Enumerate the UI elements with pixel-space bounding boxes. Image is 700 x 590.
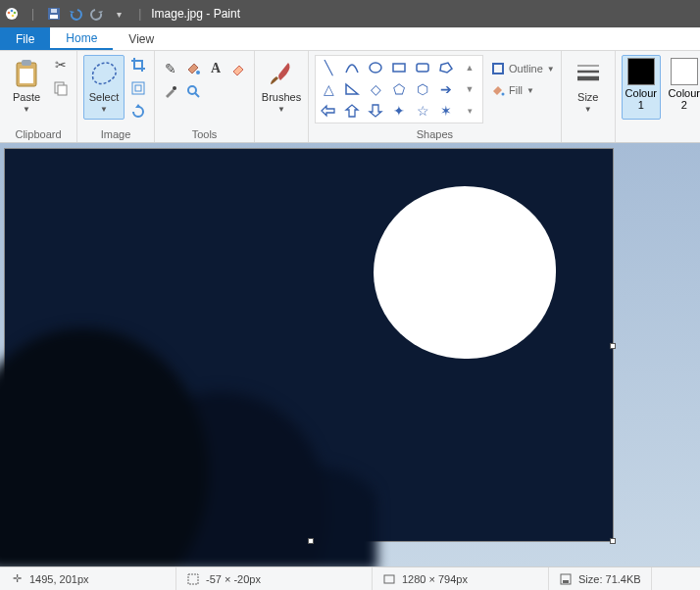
status-file-size: Size: 71.4KB <box>549 567 652 590</box>
tab-view[interactable]: View <box>113 27 170 50</box>
shape-right-triangle-icon[interactable] <box>341 79 363 99</box>
select-button[interactable]: Select ▼ <box>83 55 125 120</box>
group-tools-label: Tools <box>192 126 218 140</box>
shape-pentagon-icon[interactable]: ⬠ <box>388 79 410 99</box>
rotate-icon[interactable] <box>128 102 148 122</box>
resize-handle-bottom[interactable] <box>308 538 314 544</box>
separator: | <box>31 7 34 21</box>
svg-point-23 <box>502 93 505 96</box>
shape-more-icon[interactable]: ▾ <box>459 101 480 121</box>
svg-rect-12 <box>58 85 67 95</box>
status-selection-value: -57 × -20px <box>206 573 261 585</box>
shape-star4-icon[interactable]: ✦ <box>388 101 410 121</box>
shapes-gallery[interactable]: ╲ ▲ △ ◇ ⬠ ⬡ ➔ ▼ ✦ ☆ ✶ ▾ <box>315 55 483 123</box>
shape-scroll-down-icon[interactable]: ▼ <box>459 79 480 99</box>
resize-handle-right[interactable] <box>610 343 616 349</box>
fill-bucket-icon <box>491 83 505 97</box>
svg-rect-28 <box>384 575 394 583</box>
svg-point-1 <box>8 12 11 15</box>
eraser-icon[interactable] <box>228 59 248 78</box>
ribbon-tabs: File Home View <box>0 27 700 51</box>
svg-rect-10 <box>20 69 33 83</box>
fill-icon[interactable] <box>183 59 203 78</box>
colour-2-button[interactable]: Colour 2 <box>665 55 700 120</box>
shape-curve-icon[interactable] <box>341 58 363 77</box>
shape-arrow-left-icon[interactable] <box>318 101 339 121</box>
svg-point-4 <box>12 15 15 18</box>
chevron-down-icon: ▼ <box>526 86 534 95</box>
svg-point-16 <box>173 86 176 90</box>
canvas-size-icon <box>382 572 396 586</box>
shape-outline-button[interactable]: Outline ▼ <box>491 59 555 78</box>
copy-icon[interactable] <box>51 78 71 98</box>
shape-hexagon-icon[interactable]: ⬡ <box>412 79 433 99</box>
svg-point-17 <box>188 86 196 94</box>
group-shapes-label: Shapes <box>417 126 453 140</box>
image-content-moon <box>374 186 556 359</box>
status-bar: ✛ 1495, 201px -57 × -20px 1280 × 794px S… <box>0 566 700 590</box>
svg-rect-13 <box>132 82 144 94</box>
text-icon[interactable]: A <box>206 59 225 78</box>
shape-star5-icon[interactable]: ☆ <box>412 101 433 121</box>
colour-2-label: Colour 2 <box>669 87 700 111</box>
disk-icon <box>559 572 573 586</box>
canvas[interactable] <box>5 149 613 541</box>
chevron-down-icon: ▼ <box>100 105 108 114</box>
group-clipboard: Paste ▼ ✂ Clipboard <box>0 51 77 142</box>
group-shapes: ╲ ▲ △ ◇ ⬠ ⬡ ➔ ▼ ✦ ☆ ✶ ▾ <box>309 51 562 142</box>
tab-file[interactable]: File <box>0 27 50 50</box>
shape-triangle-icon[interactable]: △ <box>318 79 339 99</box>
svg-rect-9 <box>22 60 31 66</box>
brushes-label: Brushes <box>262 91 301 103</box>
separator: | <box>138 7 141 21</box>
chevron-down-icon: ▼ <box>584 105 592 114</box>
shape-line-icon[interactable]: ╲ <box>318 58 339 77</box>
svg-rect-6 <box>50 15 58 19</box>
chevron-down-icon: ▼ <box>277 105 285 114</box>
colour-1-label: Colour 1 <box>625 87 657 111</box>
group-brushes: Brushes ▼ <box>255 51 309 142</box>
select-icon <box>88 58 120 89</box>
svg-line-18 <box>195 93 199 97</box>
undo-icon[interactable] <box>68 6 83 22</box>
status-filesize-value: Size: 71.4KB <box>578 573 641 585</box>
shape-arrow-down-icon[interactable] <box>365 101 386 121</box>
size-button[interactable]: Size ▼ <box>568 55 609 120</box>
crop-icon[interactable] <box>128 55 148 74</box>
shape-polygon-icon[interactable] <box>435 58 457 77</box>
shape-fill-button[interactable]: Fill ▼ <box>491 80 555 100</box>
resize-icon[interactable] <box>128 78 148 98</box>
colour-1-button[interactable]: Colour 1 <box>622 55 661 120</box>
group-image: Select ▼ Image <box>77 51 155 142</box>
tab-home[interactable]: Home <box>50 27 113 50</box>
magnifier-icon[interactable] <box>183 81 203 101</box>
svg-rect-7 <box>51 9 57 13</box>
brushes-button[interactable]: Brushes ▼ <box>261 55 302 120</box>
shape-oval-icon[interactable] <box>365 58 386 77</box>
shape-star6-icon[interactable]: ✶ <box>435 101 457 121</box>
workspace[interactable] <box>0 143 700 566</box>
shape-arrow-right-icon[interactable]: ➔ <box>435 79 457 99</box>
shape-roundrect-icon[interactable] <box>412 58 433 77</box>
redo-icon[interactable] <box>89 6 105 22</box>
shape-scroll-up-icon[interactable]: ▲ <box>459 58 480 77</box>
shape-rect-icon[interactable] <box>388 58 410 77</box>
pencil-icon[interactable]: ✎ <box>161 59 180 78</box>
size-label: Size <box>577 91 598 103</box>
svg-rect-30 <box>563 580 569 583</box>
svg-rect-21 <box>417 64 428 72</box>
clipboard-icon <box>11 58 42 89</box>
paste-button[interactable]: Paste ▼ <box>6 55 47 120</box>
color-picker-icon[interactable] <box>161 81 180 101</box>
cut-icon[interactable]: ✂ <box>51 55 71 74</box>
shape-arrow-up-icon[interactable] <box>341 101 363 121</box>
title-bar: | ▾ | Image.jpg - Paint <box>0 0 700 27</box>
status-selection-size: -57 × -20px <box>176 567 373 590</box>
qat-dropdown-icon[interactable]: ▾ <box>111 6 126 22</box>
resize-handle-corner[interactable] <box>610 538 616 544</box>
colour-2-swatch <box>671 58 698 85</box>
colour-1-swatch <box>627 58 655 85</box>
selection-size-icon <box>186 572 200 586</box>
save-icon[interactable] <box>46 6 62 22</box>
shape-diamond-icon[interactable]: ◇ <box>365 79 386 99</box>
